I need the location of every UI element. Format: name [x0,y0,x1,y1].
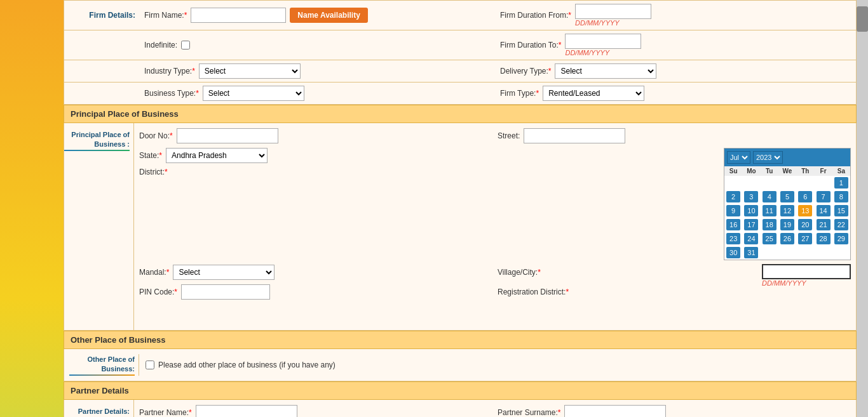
cal-day-28[interactable]: 28 [817,233,831,244]
industry-type-select[interactable]: Select [199,63,301,79]
cal-day-8[interactable]: 8 [834,191,848,202]
partner-surname-col: Partner Surname:* [498,405,851,417]
cal-day-2[interactable]: 2 [726,191,740,202]
firm-details-label: Firm Details: [69,11,139,20]
partner-name-input[interactable] [196,405,297,417]
cal-day-7[interactable]: 7 [817,191,831,202]
ppb-street-input[interactable] [524,128,625,143]
cal-week-6: 30 31 [724,246,850,260]
ppb-state-row: State:* Andhra Pradesh Telangana Distric… [139,148,851,260]
cal-week-1: 1 [724,176,850,190]
cal-day-9[interactable]: 9 [726,205,740,216]
ppb-street-label: Street: [498,131,520,140]
indefinite-row: Indefinite: Firm Duration To:* DD/MM/YYY… [64,30,857,60]
ppb-state-col: State:* Andhra Pradesh Telangana [139,148,719,163]
cal-day-14[interactable]: 14 [817,205,831,216]
year-select[interactable]: 2023 [753,151,783,164]
firm-duration-from-input[interactable] [575,4,651,19]
partner-fields: Partner Name:* Partner Surname:* Age:* [134,400,856,417]
cal-day-1[interactable]: 1 [834,177,848,189]
ppb-reg-district-label: Registration District:* [498,288,569,296]
cal-header-we: We [778,166,796,176]
cal-day-4[interactable]: 4 [763,191,776,202]
ppb-door-row: Door No:* Street: [139,128,851,143]
cal-day-13[interactable]: 13 [798,205,812,216]
other-place-sidebar: Other Place of Business: [69,354,139,376]
ppb-pin-col: PIN Code:* [139,284,492,300]
principal-place-header: Principal Place of Business [64,105,857,123]
cal-day-19[interactable]: 19 [780,219,794,230]
month-select[interactable]: Jul [727,151,750,164]
joining-date-input[interactable] [762,264,851,279]
cal-day-23[interactable]: 23 [726,233,740,244]
ppb-pin-label: PIN Code:* [139,288,177,296]
cal-day-6[interactable]: 6 [798,191,812,202]
cal-day-21[interactable]: 21 [817,219,831,230]
firm-type-col: Firm Type:* Rented/Leased Owned [500,86,851,101]
industry-row: Industry Type:* Select Delivery Type:* S… [64,60,857,83]
business-type-select[interactable]: Select [203,86,304,101]
firm-name-label: Firm Name:* [144,11,187,20]
ppb-street-col: Street: [498,128,851,143]
cal-header-th: Th [796,166,814,176]
ppb-door-input[interactable] [177,128,278,143]
firm-duration-from-label: Firm Duration From:* [500,11,571,20]
principal-place-sidebar: Principal Place of Business : [64,123,134,330]
principal-place-fields: Door No:* Street: State:* Andhra [134,123,856,330]
cal-day-3[interactable]: 3 [744,191,758,202]
business-type-row: Business Type:* Select Firm Type:* Rente… [64,83,857,105]
ppb-mandal-select[interactable]: Select [173,265,275,280]
cal-day-16[interactable]: 16 [726,219,740,230]
other-place-checkbox[interactable] [146,361,154,369]
right-scrollbar[interactable] [857,0,868,417]
cal-week-4: 16 17 18 19 20 21 22 [724,218,850,232]
cal-day-27[interactable]: 27 [798,233,812,244]
partner-surname-input[interactable] [564,405,666,417]
calendar-header: Jul 2023 [724,149,850,166]
ppb-mandal-col: Mandal:* Select [139,265,492,280]
cal-day-10[interactable]: 10 [744,205,758,216]
cal-day-22[interactable]: 22 [834,219,848,230]
cal-day-20[interactable]: 20 [798,219,812,230]
firm-duration-to-input[interactable] [565,34,641,49]
ppb-state-select[interactable]: Andhra Pradesh Telangana [166,148,268,163]
indefinite-label: Indefinite: [144,41,177,50]
cal-day-17[interactable]: 17 [744,219,758,230]
joining-date-input-area: DD/MM/YYYY [762,264,851,287]
firm-name-input[interactable] [191,8,286,23]
cal-day-24[interactable]: 24 [744,233,758,244]
partner-details-header: Partner Details [64,381,857,400]
other-place-body: Other Place of Business: Please add othe… [64,349,857,381]
ppb-village-label: Village/City:* [498,268,541,277]
ppb-state-district: State:* Andhra Pradesh Telangana Distric… [139,148,719,176]
scrollbar-thumb[interactable] [857,6,868,32]
ppb-door-col: Door No:* [139,128,492,143]
firm-name-col: Firm Name:* Name Availability [144,8,495,23]
cal-day-18[interactable]: 18 [763,219,776,230]
left-sidebar [0,0,64,417]
cal-day-11[interactable]: 11 [763,205,776,216]
ppb-district-label: District:* [139,168,168,176]
other-place-fields: Please add other place of business (if y… [139,354,851,376]
industry-type-col: Industry Type:* Select [144,63,495,79]
cal-day-31[interactable]: 31 [744,247,758,258]
name-availability-button[interactable]: Name Availability [290,8,367,23]
other-place-checkbox-label: Please add other place of business (if y… [158,361,336,369]
cal-day-29[interactable]: 29 [834,233,848,244]
cal-day-5[interactable]: 5 [780,191,794,202]
cal-day-30[interactable]: 30 [726,247,740,258]
cal-day-26[interactable]: 26 [780,233,794,244]
firm-type-select[interactable]: Rented/Leased Owned [543,86,644,101]
delivery-type-select[interactable]: Select [555,63,656,79]
firm-duration-from-col: Firm Duration From:* DD/MM/YYYY [500,4,851,27]
cal-day-25[interactable]: 25 [763,233,776,244]
firm-duration-to-col: Firm Duration To:* DD/MM/YYYY [500,34,851,56]
ppb-mandal-label: Mandal:* [139,268,169,277]
indefinite-checkbox[interactable] [181,41,190,50]
cal-header-tu: Tu [761,166,778,176]
cal-day-12[interactable]: 12 [780,205,794,216]
cal-day-15[interactable]: 15 [834,205,848,216]
partner-name-col: Partner Name:* [139,405,492,417]
cal-week-3: 9 10 11 12 13 14 15 [724,204,850,218]
ppb-pin-input[interactable] [181,284,270,300]
